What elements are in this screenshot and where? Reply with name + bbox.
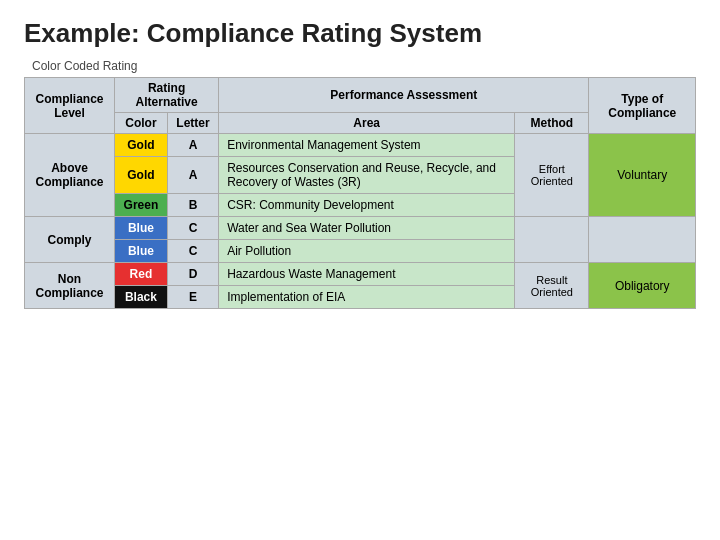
area-subheader: Area xyxy=(219,113,515,134)
result-oriented-cell: Result Oriented xyxy=(515,263,589,309)
air-area-cell: Air Pollution xyxy=(219,240,515,263)
resources-area-cell: Resources Conservation and Reuse, Recycl… xyxy=(219,157,515,194)
color-subheader: Color xyxy=(115,113,168,134)
table-row: Comply Blue C Water and Sea Water Pollut… xyxy=(25,217,696,240)
table-row: Non Compliance Red D Hazardous Waste Man… xyxy=(25,263,696,286)
eia-area-cell: Implementation of EIA xyxy=(219,286,515,309)
letter-a-cell: A xyxy=(167,134,218,157)
method-subheader: Method xyxy=(515,113,589,134)
black-color-cell: Black xyxy=(115,286,168,309)
compliance-level-header: Compliance Level xyxy=(25,78,115,134)
letter-subheader: Letter xyxy=(167,113,218,134)
obligatory-cell: Obligatory xyxy=(589,263,696,309)
above-compliance-cell: Above Compliance xyxy=(25,134,115,217)
table-row: Above Compliance Gold A Environmental Ma… xyxy=(25,134,696,157)
non-compliance-cell: Non Compliance xyxy=(25,263,115,309)
color-coded-label: Color Coded Rating xyxy=(32,59,696,73)
page: Example: Compliance Rating System Color … xyxy=(0,0,720,540)
effort-oriented-cell: Effort Oriented xyxy=(515,134,589,217)
type-of-compliance-header: Type of Compliance xyxy=(589,78,696,134)
rating-alternative-header: Rating Alternative xyxy=(115,78,219,113)
compliance-table: Compliance Level Rating Alternative Perf… xyxy=(24,77,696,309)
hazardous-area-cell: Hazardous Waste Management xyxy=(219,263,515,286)
letter-a2-cell: A xyxy=(167,157,218,194)
letter-b-cell: B xyxy=(167,194,218,217)
letter-c-cell: C xyxy=(167,217,218,240)
green-color-cell: Green xyxy=(115,194,168,217)
letter-d-cell: D xyxy=(167,263,218,286)
comply-type-cell xyxy=(589,217,696,263)
comply-cell: Comply xyxy=(25,217,115,263)
comply-method-cell xyxy=(515,217,589,263)
water-area-cell: Water and Sea Water Pollution xyxy=(219,217,515,240)
page-title: Example: Compliance Rating System xyxy=(24,18,696,49)
red-color-cell: Red xyxy=(115,263,168,286)
letter-e-cell: E xyxy=(167,286,218,309)
table-wrapper: Compliance Level Rating Alternative Perf… xyxy=(24,77,696,309)
gold-color-cell2: Gold xyxy=(115,157,168,194)
blue-color-cell2: Blue xyxy=(115,240,168,263)
performance-assessment-header: Performance Assessment xyxy=(219,78,589,113)
gold-color-cell: Gold xyxy=(115,134,168,157)
ems-area-cell: Environmental Management System xyxy=(219,134,515,157)
blue-color-cell: Blue xyxy=(115,217,168,240)
voluntary-cell: Voluntary xyxy=(589,134,696,217)
csr-area-cell: CSR: Community Development xyxy=(219,194,515,217)
letter-c2-cell: C xyxy=(167,240,218,263)
